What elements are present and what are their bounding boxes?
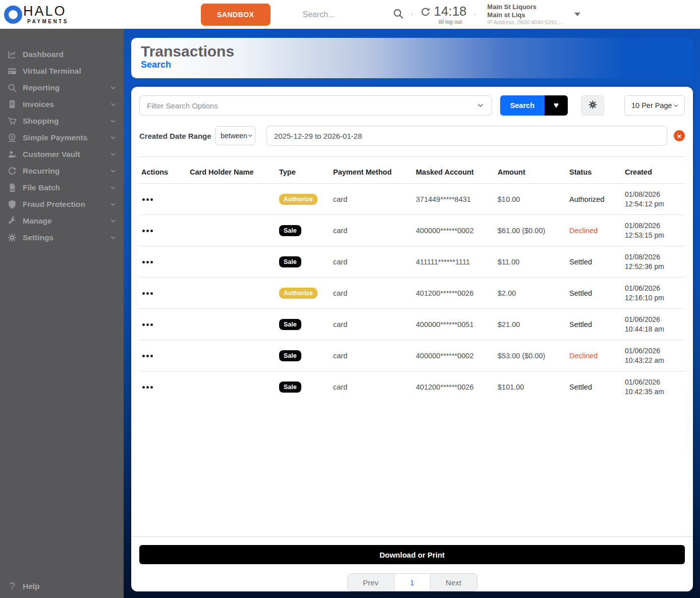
row-actions-button[interactable] (141, 195, 154, 204)
sidebar-item-label: Fraud Protection (23, 200, 85, 209)
status-text: Declined (569, 227, 598, 235)
session-time: 14:18 (434, 5, 467, 18)
row-actions-button[interactable] (141, 258, 154, 266)
footer: Download or Print Prev 1 Next (131, 537, 693, 591)
type-badge: Sale (279, 350, 301, 361)
gear-icon (7, 232, 18, 243)
col-header-masked-account: Masked Account (414, 157, 496, 184)
table-row: Sale card 400000******0002 $53.00 ($0.00… (139, 340, 685, 371)
search-input[interactable] (302, 10, 392, 20)
sidebar: Dashboard Virtual Terminal Reporting Inv… (0, 29, 124, 598)
table-row: Sale card 400000******0002 $61.00 ($0.00… (139, 215, 685, 246)
chart-line-icon (7, 49, 18, 60)
sidebar-item-settings[interactable]: Settings (0, 229, 124, 246)
chevron-down-icon (110, 84, 117, 91)
transactions-card: Filter Search Options Search ♥ 10 Per Pa… (131, 87, 693, 591)
cell-created: 01/08/202612:52:36 pm (625, 252, 683, 271)
row-actions-button[interactable] (141, 289, 154, 298)
sidebar-item-dashboard[interactable]: Dashboard (0, 46, 124, 63)
favorite-button[interactable]: ♥ (545, 95, 568, 116)
filter-settings-button[interactable] (581, 95, 604, 116)
filter-options-select[interactable]: Filter Search Options (139, 95, 492, 116)
receipt-icon (7, 99, 18, 110)
sandbox-button[interactable]: SANDBOX (201, 4, 271, 26)
row-actions-button[interactable] (141, 227, 154, 235)
cell-masked-account: 411111******1111 (414, 246, 496, 278)
sidebar-item-simple-payments[interactable]: $ Simple Payments (0, 129, 124, 146)
chevron-down-icon (110, 101, 117, 108)
cell-payment-method: card (331, 278, 414, 309)
clear-filter-button[interactable]: × (674, 130, 685, 141)
merchant-dropdown-caret-icon[interactable] (574, 13, 580, 16)
row-actions-button[interactable] (141, 352, 154, 360)
cell-created: 01/06/202612:16:10 pm (625, 284, 683, 303)
sidebar-item-fraud-protection[interactable]: Fraud Protection (0, 196, 124, 212)
prev-page-button[interactable]: Prev (348, 574, 394, 591)
cell-payment-method: card (331, 371, 414, 403)
row-actions-button[interactable] (141, 383, 154, 392)
magnifier-icon (7, 82, 18, 93)
merchant-info[interactable]: Main St Liquors Main st Liqs IP Address:… (488, 3, 564, 25)
next-page-button[interactable]: Next (430, 574, 477, 591)
search-icon[interactable] (392, 8, 404, 22)
cell-payment-method: card (331, 184, 414, 215)
cell-card-holder (188, 184, 277, 215)
col-header-type: Type (277, 157, 331, 184)
date-operator-value: between (221, 132, 247, 140)
cell-amount: $53.00 ($0.00) (496, 340, 567, 371)
col-header-actions: Actions (139, 157, 188, 184)
page-subtitle: Search (141, 60, 693, 71)
heart-icon: ♥ (554, 100, 559, 110)
cell-card-holder (188, 371, 277, 403)
cell-amount: $2.00 (496, 278, 567, 309)
sidebar-item-file-batch[interactable]: CSV File Batch (0, 179, 124, 196)
help-icon: ? (7, 580, 18, 592)
session-caption: till log out (434, 19, 467, 25)
sidebar-item-invoices[interactable]: Invoices (0, 96, 124, 113)
search-button[interactable]: Search (500, 95, 545, 116)
date-operator-select[interactable]: between (215, 126, 255, 145)
download-or-print-button[interactable]: Download or Print (139, 545, 685, 564)
cell-payment-method: card (331, 340, 414, 371)
page-title: Transactions (141, 43, 693, 60)
cell-created: 01/08/202612:54:12 pm (625, 190, 683, 209)
col-header-card-holder: Card Holder Name (188, 157, 277, 184)
date-range-input[interactable]: 2025-12-29 to 2026-01-28 (266, 126, 667, 146)
sidebar-item-customer-vault[interactable]: Customer Vault (0, 146, 124, 162)
cell-masked-account: 400000******0002 (414, 215, 496, 246)
sidebar-item-label: Recurring (23, 167, 60, 176)
header-separator (411, 14, 413, 15)
col-header-amount: Amount (496, 157, 567, 184)
chevron-down-icon (673, 102, 679, 109)
shield-icon (7, 199, 18, 210)
sidebar-item-recurring[interactable]: Recurring (0, 162, 124, 179)
cell-created: 01/06/202610:42:35 am (625, 377, 683, 397)
sidebar-item-label: Settings (23, 233, 53, 242)
current-page-button[interactable]: 1 (394, 574, 430, 591)
cell-card-holder (188, 246, 277, 278)
pagination: Prev 1 Next (139, 573, 685, 591)
status-text: Declined (569, 352, 598, 360)
chevron-down-icon (476, 101, 484, 110)
cell-masked-account: 371449*****8431 (414, 184, 496, 215)
refresh-icon (7, 166, 18, 177)
cell-card-holder (188, 309, 277, 340)
cell-created: 01/06/202610:44:18 am (625, 315, 683, 334)
sidebar-item-help[interactable]: ? Help (7, 580, 40, 592)
sidebar-item-virtual-terminal[interactable]: Virtual Terminal (0, 63, 124, 79)
coin-icon: $ (7, 132, 18, 143)
sidebar-item-reporting[interactable]: Reporting (0, 79, 124, 96)
sidebar-item-label: File Batch (23, 183, 60, 192)
row-actions-button[interactable] (141, 320, 154, 329)
session-refresh-icon[interactable] (420, 7, 431, 20)
table-row: Sale card 400000******0051 $21.00 Settle… (139, 309, 685, 340)
sidebar-item-manage[interactable]: Manage (0, 212, 124, 229)
credit-card-icon (7, 66, 18, 77)
per-page-select[interactable]: 10 Per Page (624, 95, 685, 116)
cell-amount: $101.00 (496, 371, 567, 403)
cell-amount: $61.00 ($0.00) (496, 215, 567, 246)
type-badge: Authorize (279, 194, 317, 205)
sidebar-item-label: Manage (23, 216, 52, 226)
cell-payment-method: card (331, 309, 414, 340)
sidebar-item-shopping[interactable]: Shopping (0, 113, 124, 129)
